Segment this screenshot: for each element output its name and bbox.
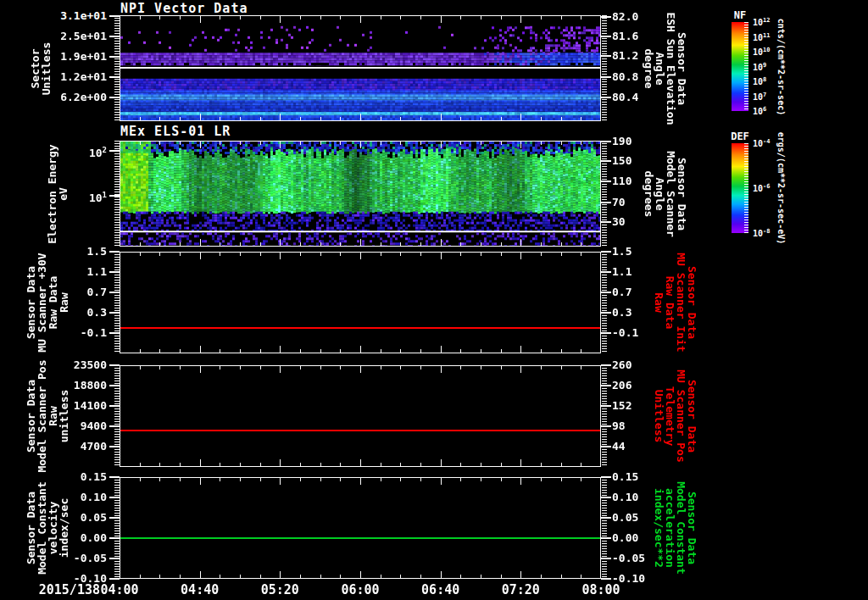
model-constant-velocity-xtick-bottom: [381, 575, 381, 578]
mex-els-01-lr-xtick-bottom: [260, 242, 261, 246]
model-scanner-pos-xtick-bottom: [260, 463, 261, 466]
mex-els-01-lr-xtick-bottom: [320, 242, 321, 246]
mu-scanner-30v-ytick-right: [601, 332, 611, 334]
mex-els-01-lr-left-axis-comb: [114, 141, 120, 247]
model-constant-velocity-xtick-top: [460, 478, 461, 481]
model-scanner-pos-xtick-top: [300, 366, 301, 369]
npi-vector-data-xtick-bottom: [180, 117, 181, 120]
model-scanner-pos-xtick-bottom: [159, 463, 160, 466]
npi-vector-data-ytick-left: [109, 97, 120, 98]
model-scanner-pos-ytick-left: [109, 425, 120, 427]
mex-els-01-lr-xtick-top: [441, 142, 442, 148]
mu-scanner-30v-ytick-right: [601, 292, 611, 293]
model-scanner-pos-xtick-top: [120, 366, 120, 373]
model-constant-velocity-xtick-bottom: [481, 575, 481, 578]
model-scanner-pos-xtick-top: [561, 366, 562, 369]
model-constant-velocity-xtick-bottom: [260, 575, 261, 578]
model-constant-velocity-xtick-top: [300, 478, 301, 481]
model-constant-velocity-left-axis-label: Sensor DataModel Constantvelocityindex/s…: [25, 401, 70, 600]
model-constant-velocity-xtick-top: [320, 478, 321, 481]
model-scanner-pos-xtick-top: [260, 366, 261, 369]
model-constant-velocity-ytick-left: [109, 578, 120, 580]
npi-vector-data-xtick-top: [360, 16, 361, 23]
x-axis-tick-label: 06:40: [412, 582, 470, 597]
npi-vector-data-xtick-bottom: [360, 114, 361, 120]
npi-vector-data-xtick-top: [581, 16, 581, 19]
model-constant-velocity-xtick-top: [481, 478, 481, 481]
model-scanner-pos-xtick-bottom: [501, 463, 502, 466]
npi-vector-data-xtick-bottom: [140, 117, 141, 120]
mu-scanner-30v-xtick-top: [240, 253, 241, 256]
mex-els-01-lr-xtick-bottom: [420, 242, 421, 246]
npi-vector-data-xtick-bottom: [420, 117, 421, 120]
mex-els-01-lr-xtick-top: [240, 142, 241, 145]
model-constant-velocity-xtick-top: [400, 478, 401, 481]
model-constant-velocity-ytick-left: [109, 517, 120, 519]
mex-els-01-lr-xtick-bottom: [220, 242, 220, 246]
model-constant-velocity-ytick-left: [109, 537, 120, 539]
model-scanner-pos-xtick-top: [460, 366, 461, 369]
model-scanner-pos-ytick-right: [601, 446, 611, 447]
els-heatmap-canvas: [120, 142, 600, 246]
npi-vector-data-xtick-bottom: [280, 114, 281, 120]
mu-scanner-30v-panel: [120, 252, 601, 353]
npi-vector-data-ytick-left: [109, 56, 120, 58]
mu-scanner-30v-xtick-top: [420, 253, 421, 256]
mex-els-01-lr-xtick-top: [320, 142, 321, 145]
x-axis-date-label: 2015/138: [15, 582, 100, 597]
mex-els-01-lr-xtick-bottom: [460, 242, 461, 246]
npi-vector-data-xtick-bottom: [520, 114, 521, 120]
model-constant-velocity-xtick-bottom: [240, 575, 241, 578]
model-scanner-pos-xtick-top: [180, 366, 181, 369]
mu-scanner-30v-xtick-bottom: [340, 349, 341, 353]
mu-scanner-30v-xtick-top: [320, 253, 321, 256]
model-constant-velocity-xtick-bottom: [520, 571, 521, 578]
npi-vector-data-xtick-bottom: [220, 117, 220, 120]
mu-scanner-30v-xtick-bottom: [460, 349, 461, 353]
model-scanner-pos-xtick-top: [240, 366, 241, 369]
npi-vector-data-xtick-top: [120, 16, 120, 23]
mex-els-01-lr-colorbar-units: ergs/(cm**2-sr-sec-eV): [776, 61, 785, 315]
mex-els-01-lr-xtick-top: [581, 142, 581, 145]
mex-els-01-lr-xtick-top: [520, 142, 521, 148]
model-constant-velocity-xtick-top: [260, 478, 261, 481]
model-scanner-pos-xtick-bottom: [300, 463, 301, 466]
mex-els-01-lr-ytick-right: [601, 141, 611, 142]
model-constant-velocity-xtick-bottom: [501, 575, 502, 578]
mu-scanner-30v-ytick-left: [109, 332, 120, 334]
npi-vector-data-xtick-top: [561, 16, 562, 19]
mex-els-01-lr-xtick-top: [300, 142, 301, 145]
model-constant-velocity-xtick-bottom: [180, 575, 181, 578]
mu-scanner-30v-xtick-bottom: [501, 349, 502, 353]
mex-els-01-lr-xtick-bottom: [300, 242, 301, 246]
mex-els-01-lr-xtick-bottom: [541, 242, 542, 246]
model-scanner-pos-xtick-top: [541, 366, 542, 369]
npi-vector-data-xtick-top: [159, 16, 160, 19]
x-axis-tick-label: 05:20: [251, 582, 309, 597]
npi-vector-data-xtick-bottom: [561, 117, 562, 120]
npi-vector-data-ytick-right: [601, 16, 611, 18]
model-constant-velocity-xtick-bottom: [460, 575, 461, 578]
npi-vector-data-xtick-bottom: [441, 114, 442, 120]
model-constant-velocity-panel: [120, 477, 601, 579]
mu-scanner-30v-xtick-bottom: [541, 349, 542, 353]
mu-scanner-30v-xtick-top: [220, 253, 220, 256]
mex-els-01-lr-ytick-left: [109, 195, 120, 197]
mex-els-01-lr-xtick-top: [340, 142, 341, 145]
npi-vector-data-xtick-top: [140, 16, 141, 19]
mex-els-01-lr-xtick-top: [220, 142, 220, 145]
npi-vector-data-xtick-bottom: [541, 117, 542, 120]
mex-els-01-lr-xtick-top: [400, 142, 401, 145]
mu-scanner-30v-xtick-top: [180, 253, 181, 256]
npi-panel-title: NPI Vector Data: [120, 1, 248, 16]
mu-scanner-30v-xtick-top: [300, 253, 301, 256]
mu-scanner-30v-xtick-top: [260, 253, 261, 256]
mu-scanner-30v-xtick-bottom: [260, 349, 261, 353]
spectrogram-viewer: { "chart_data": { "type": "multi-panel-t…: [0, 0, 868, 600]
mu-scanner-30v-xtick-top: [501, 253, 502, 256]
x-axis-tick-label: 06:00: [331, 582, 389, 597]
mex-els-01-lr-ytick-right: [601, 160, 611, 162]
model-scanner-pos-xtick-top: [600, 366, 601, 373]
model-constant-velocity-xtick-top: [520, 478, 521, 485]
x-axis-tick-label: 07:20: [492, 582, 549, 597]
